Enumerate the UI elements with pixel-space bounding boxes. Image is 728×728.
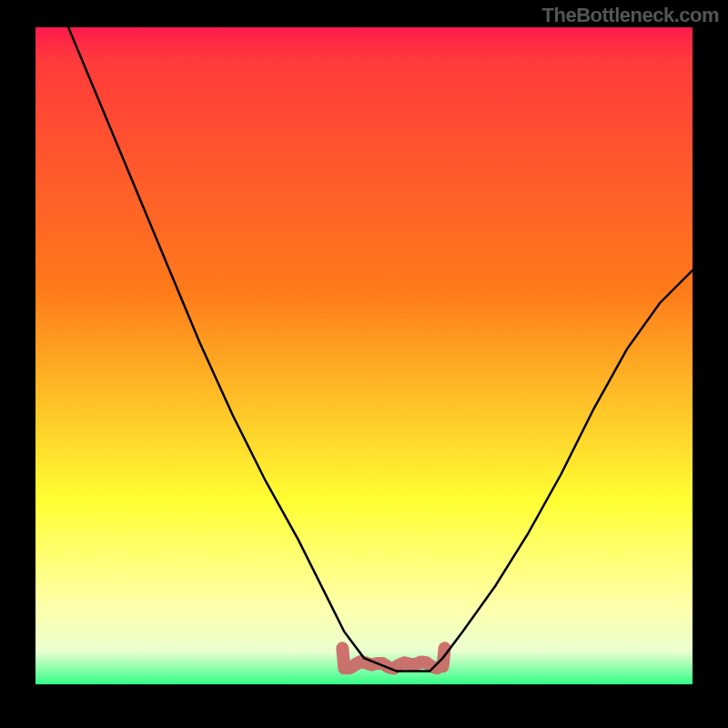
gradient-background [35, 27, 693, 684]
watermark-text: TheBottleneck.com [542, 4, 719, 27]
chart-svg [35, 27, 693, 684]
chart-frame: TheBottleneck.com [0, 0, 728, 728]
plot-area [35, 27, 693, 684]
